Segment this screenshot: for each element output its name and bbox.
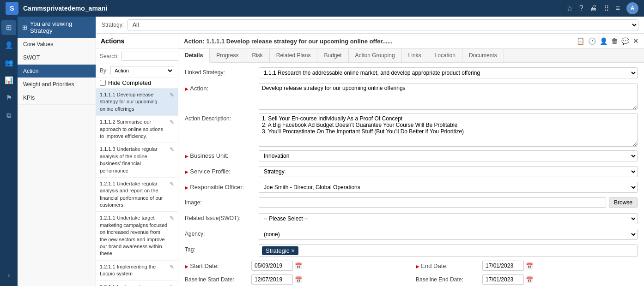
delete-icon[interactable]: 🗑: [611, 37, 618, 45]
owner-icon[interactable]: 👤: [600, 37, 608, 45]
action-list-item[interactable]: 1.1.1.1 Develop release strategy for our…: [96, 89, 178, 116]
content-area: Strategy: All Actions Search: By: Action…: [96, 17, 644, 286]
tab-location[interactable]: Location: [428, 49, 462, 62]
start-date-input[interactable]: [251, 261, 293, 271]
notifications-icon[interactable]: 🖨: [590, 4, 597, 12]
dates-row: ▶ Start Date: 📅 ▶ End Date:: [185, 261, 638, 271]
agency-select[interactable]: (none): [259, 229, 638, 240]
hide-completed-label: Hide Completed: [108, 79, 151, 86]
action-list-item[interactable]: 1.1.1.3 Undertake regular analysis of th…: [96, 143, 178, 178]
sidebar-icon-layers[interactable]: ⧉: [1, 108, 16, 123]
tab-related-plans[interactable]: Related Plans: [270, 49, 318, 62]
tabs-bar: Details Progress Risk Related Plans Budg…: [178, 49, 644, 63]
action-list-item[interactable]: 2.2.1.1 Implement new company branding g…: [96, 281, 178, 286]
action-description-textarea[interactable]: 1. Sell Your En-course Individually As a…: [259, 113, 638, 147]
baseline-start-calendar-icon[interactable]: 📅: [295, 276, 302, 283]
sidebar-icon-flag[interactable]: ⚑: [1, 90, 16, 105]
nav-sidebar-header: ⊞ You are viewing Strategy: [18, 17, 96, 38]
responsible-officer-select[interactable]: Joe Smith - Director, Global Operations: [259, 182, 638, 193]
by-select[interactable]: Action Owner Due Date: [110, 66, 174, 75]
action-textarea[interactable]: Develop release strategy for our upcomin…: [259, 83, 638, 110]
sidebar-item-weight[interactable]: Weight and Priorities: [18, 78, 96, 91]
start-date-calendar-icon[interactable]: 📅: [295, 262, 302, 269]
search-input[interactable]: [122, 52, 178, 61]
service-profile-label: ▶ Service Profile:: [185, 166, 259, 175]
baseline-start-group: Baseline Start Date: 📅: [185, 274, 407, 285]
baseline-end-group: Baseline End Date: 📅: [416, 274, 638, 285]
tag-remove-button[interactable]: ✕: [291, 248, 295, 253]
action-list-item[interactable]: 1.2.1.1 Undertake target marketing campa…: [96, 212, 178, 260]
sidebar-icon-community[interactable]: 👥: [1, 55, 16, 70]
business-unit-label: ▶ Business Unit:: [185, 150, 259, 159]
by-label: By:: [100, 67, 108, 74]
detail-title: Action: 1.1.1.1 Develop release strategy…: [184, 38, 577, 45]
responsible-officer-label: ▶ Responsible Officer:: [185, 182, 259, 191]
tag-text: Strategic: [266, 247, 289, 254]
tab-details[interactable]: Details: [178, 49, 210, 63]
help-icon[interactable]: ?: [579, 4, 583, 12]
hide-completed-row: Hide Completed: [96, 77, 178, 89]
browse-button[interactable]: Browse: [609, 197, 638, 208]
service-profile-select[interactable]: Strategy: [259, 166, 638, 177]
close-icon[interactable]: ✕: [633, 37, 638, 45]
file-icon[interactable]: 📋: [577, 37, 584, 45]
image-file-input[interactable]: [259, 197, 606, 208]
edit-icon[interactable]: ✎: [170, 92, 174, 98]
edit-icon[interactable]: ✎: [170, 146, 174, 153]
responsible-officer-row: ▶ Responsible Officer: Joe Smith - Direc…: [185, 182, 638, 194]
edit-icon[interactable]: ✎: [170, 215, 174, 221]
related-issue-label: Related Issue(SWOT):: [185, 213, 259, 221]
start-date-group: ▶ Start Date: 📅: [185, 261, 407, 271]
baseline-start-input[interactable]: [251, 274, 293, 285]
linked-strategy-select[interactable]: 1.1.1 Research the addressable online ma…: [259, 67, 638, 78]
tab-links[interactable]: Links: [402, 49, 428, 62]
menu-icon[interactable]: ≡: [616, 4, 620, 12]
hide-completed-checkbox[interactable]: [100, 80, 106, 86]
avatar[interactable]: A: [626, 2, 638, 14]
star-icon[interactable]: ☆: [566, 4, 573, 13]
business-unit-select[interactable]: Innovation: [259, 150, 638, 161]
end-date-calendar-icon[interactable]: 📅: [526, 262, 533, 269]
sidebar-item-kpis[interactable]: KPIs: [18, 91, 96, 105]
sidebar-icon-arrow[interactable]: ›: [1, 268, 16, 282]
action-list-item[interactable]: 1.2.1.1 Implementing the Loopio system ✎: [96, 261, 178, 281]
edit-icon[interactable]: ✎: [170, 119, 174, 125]
related-issue-select[interactable]: -- Please Select --: [259, 213, 638, 224]
tab-documents[interactable]: Documents: [462, 49, 504, 62]
sidebar-item-swot[interactable]: SWOT: [18, 51, 96, 65]
linked-strategy-row: Linked Strategy: 1.1.1 Research the addr…: [185, 67, 638, 79]
action-list-item[interactable]: 1.1.1.2 Summarise our approach to online…: [96, 116, 178, 143]
tab-budget[interactable]: Budget: [317, 49, 348, 62]
edit-icon[interactable]: ✎: [170, 264, 174, 270]
icon-sidebar: ⊞ 👤 👥 📊 ⚑ ⧉ ›: [0, 17, 18, 286]
search-row: Search:: [96, 49, 178, 64]
action-description-row: Action Description: 1. Sell Your En-cour…: [185, 113, 638, 147]
baseline-end-input[interactable]: [482, 274, 524, 285]
history-icon[interactable]: 🕐: [588, 37, 596, 45]
baseline-end-calendar-icon[interactable]: 📅: [526, 276, 533, 283]
sidebar-icon-people[interactable]: 👤: [1, 38, 16, 53]
actions-list-panel: Actions Search: By: Action Owner Due Dat…: [96, 34, 178, 286]
sidebar-item-core-values[interactable]: Core Values: [18, 38, 96, 51]
tag-label: Tag:: [185, 244, 259, 253]
edit-icon[interactable]: ✎: [170, 181, 174, 187]
action-list-scroll: 1.1.1.1 Develop release strategy for our…: [96, 89, 178, 286]
edit-icon[interactable]: ✎: [170, 284, 174, 286]
baseline-start-label: Baseline Start Date:: [185, 276, 249, 283]
sidebar-icon-chart[interactable]: 📊: [1, 73, 16, 88]
strategy-select[interactable]: All: [128, 19, 638, 30]
strategy-bar: Strategy: All: [96, 17, 644, 34]
comment-icon[interactable]: 💬: [621, 37, 629, 45]
action-list-item[interactable]: 1.2.1.1 Undertake regular analysis and r…: [96, 178, 178, 212]
grid-icon[interactable]: ⠿: [604, 4, 609, 13]
by-row: By: Action Owner Due Date: [96, 64, 178, 77]
tab-progress[interactable]: Progress: [210, 49, 245, 62]
tab-action-grouping[interactable]: Action Grouping: [349, 49, 402, 62]
sidebar-icon-strategy[interactable]: ⊞: [1, 20, 16, 35]
image-input-group: Browse: [259, 197, 638, 208]
end-date-input[interactable]: [482, 261, 524, 271]
agency-label: Agency:: [185, 229, 259, 237]
sidebar-item-action[interactable]: Action: [18, 65, 96, 78]
tab-risk[interactable]: Risk: [245, 49, 269, 62]
app-title: Cammsprivatedemo_amani: [23, 5, 566, 12]
